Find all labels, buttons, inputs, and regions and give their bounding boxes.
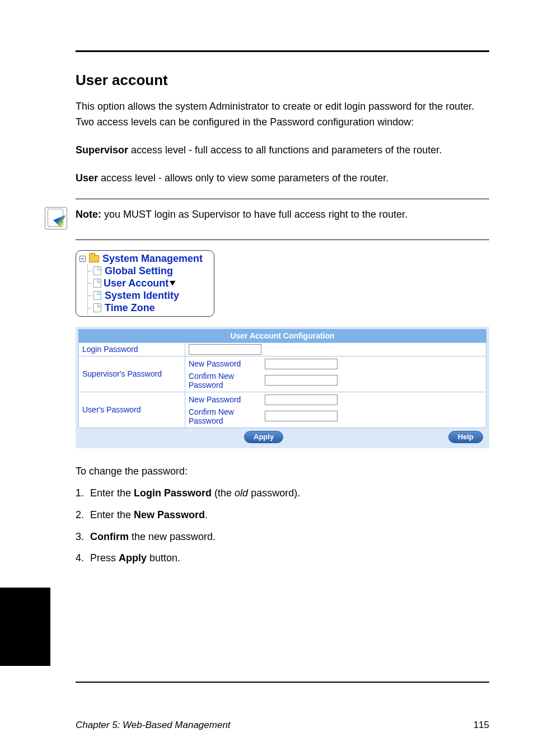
user-confirm-password-input[interactable]	[265, 411, 338, 421]
supervisor-confirm-password-input[interactable]	[265, 375, 338, 386]
intro-paragraph-2: Supervisor access level - full access to…	[76, 143, 489, 158]
page-icon	[93, 266, 101, 275]
step-4: Press Apply button.	[87, 550, 489, 567]
note-body: you MUST login as Supervisor to have ful…	[101, 209, 407, 220]
confirm-password-label: Confirm New Password	[189, 407, 263, 425]
footer-page-number: 115	[474, 720, 489, 731]
bottom-rule	[76, 682, 489, 683]
user-new-password-input[interactable]	[265, 395, 338, 405]
user-word: User	[76, 172, 98, 184]
nav-tree: − System Management Global Setting User …	[76, 250, 214, 317]
tree-item-label: Global Setting	[105, 265, 173, 277]
step-1: Enter the Login Password (the old passwo…	[87, 485, 489, 502]
section-title: User account	[76, 72, 489, 89]
collapse-icon[interactable]: −	[79, 256, 86, 262]
config-panel: User Account Configuration Login Passwor…	[76, 327, 489, 448]
step-2: Enter the New Password.	[87, 506, 489, 524]
user-desc: access level - allows only to view some …	[98, 172, 388, 184]
step-3: Confirm the new password.	[87, 528, 489, 546]
tree-root-system-management[interactable]: − System Management	[79, 253, 210, 265]
note-text: Note: you MUST login as Supervisor to ha…	[76, 207, 489, 222]
page-icon	[93, 303, 101, 312]
side-tab	[0, 588, 50, 666]
supervisor-password-label: Supervisor's Password	[79, 356, 185, 392]
top-rule	[76, 50, 489, 52]
note-rule-bottom	[76, 240, 489, 240]
tree-item-user-account[interactable]: User Account	[88, 277, 210, 289]
login-password-label: Login Password	[79, 342, 185, 356]
cursor-icon	[171, 279, 179, 287]
steps-intro: To change the password:	[76, 464, 489, 480]
supervisor-desc: access level - full access to all functi…	[128, 144, 442, 156]
intro-paragraph-3: User access level - allows only to view …	[76, 171, 489, 186]
footer-chapter: Chapter 5: Web-Based Management	[76, 720, 231, 731]
apply-button[interactable]: Apply	[244, 431, 283, 443]
config-title: User Account Configuration	[78, 329, 486, 342]
tree-item-label: Time Zone	[105, 302, 155, 314]
tree-item-time-zone[interactable]: Time Zone	[88, 302, 210, 314]
steps-list: Enter the Login Password (the old passwo…	[87, 485, 489, 566]
supervisor-word: Supervisor	[76, 144, 128, 156]
note-rule-top	[76, 199, 489, 199]
new-password-label: New Password	[189, 395, 263, 404]
row-user-password: User's Password New Password Confirm New…	[79, 392, 486, 428]
tree-item-system-identity[interactable]: System Identity	[88, 289, 210, 302]
tree-item-label: User Account	[104, 277, 168, 289]
new-password-label: New Password	[189, 359, 263, 368]
row-supervisor-password: Supervisor's Password New Password Confi…	[79, 356, 486, 392]
supervisor-new-password-input[interactable]	[265, 359, 338, 369]
page-icon	[93, 279, 101, 288]
user-password-label: User's Password	[79, 392, 185, 428]
page-icon	[93, 291, 101, 300]
tree-item-label: System Identity	[105, 289, 179, 302]
tree-root-label: System Management	[102, 253, 203, 265]
help-button[interactable]: Help	[448, 431, 483, 443]
login-password-input[interactable]	[189, 344, 261, 355]
row-login-password: Login Password	[79, 342, 486, 356]
intro-paragraph-1: This option allows the system Administra…	[76, 99, 489, 130]
folder-icon	[89, 255, 99, 262]
note-label: Note:	[76, 209, 101, 220]
note-icon	[45, 207, 67, 229]
tree-item-global-setting[interactable]: Global Setting	[88, 265, 210, 277]
confirm-password-label: Confirm New Password	[189, 372, 263, 389]
